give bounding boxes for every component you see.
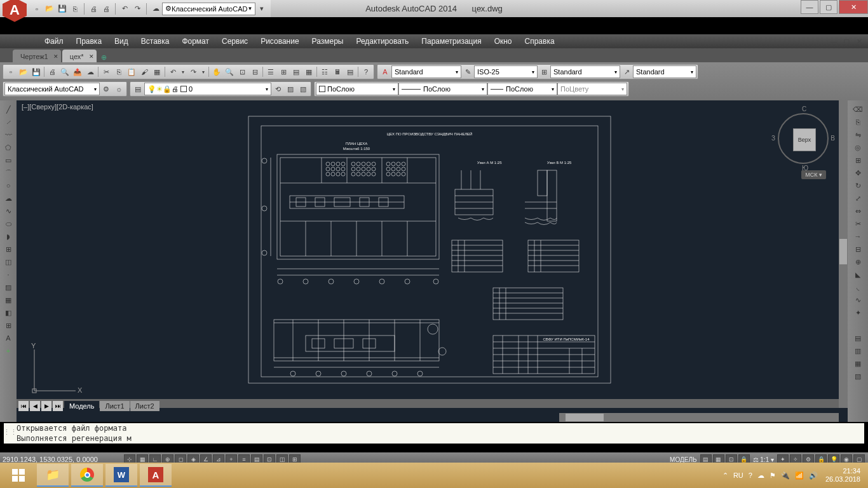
- text-style-dropdown[interactable]: Standard▾: [391, 65, 461, 78]
- menu-draw[interactable]: Рисование: [254, 37, 305, 46]
- plotstyle-dropdown[interactable]: ПоЦвету▾: [557, 83, 627, 95]
- viewcube[interactable]: Верх С Ю В З: [778, 113, 829, 164]
- draworder2-icon[interactable]: ▥: [851, 345, 864, 356]
- power-icon[interactable]: 🔌: [781, 471, 790, 480]
- task-chrome[interactable]: [71, 464, 103, 487]
- quickcalc-icon[interactable]: 🖩: [332, 66, 343, 78]
- cut-icon[interactable]: ✂: [100, 66, 112, 78]
- layer-iso-icon[interactable]: ▧: [297, 83, 309, 95]
- layer-prev-icon[interactable]: ⟲: [272, 83, 283, 95]
- join-icon[interactable]: ⊕: [851, 256, 864, 268]
- fillet-icon[interactable]: ◟: [851, 281, 864, 293]
- undo-icon[interactable]: ↶: [167, 66, 179, 78]
- polyline-icon[interactable]: 〰: [2, 129, 15, 140]
- publish-icon[interactable]: 📤: [72, 66, 83, 78]
- design-center-icon[interactable]: ⊞: [278, 66, 289, 78]
- new-tab-icon[interactable]: ⊕: [99, 52, 109, 62]
- draworder-icon[interactable]: ▤: [851, 332, 864, 344]
- block-icon[interactable]: ◫: [2, 256, 15, 268]
- plot-preview-icon[interactable]: 🖨: [101, 4, 111, 14]
- arc-icon[interactable]: ⌒: [2, 167, 15, 179]
- new-icon[interactable]: ▫: [32, 4, 42, 14]
- workspace-settings-icon[interactable]: ⚙: [100, 83, 112, 95]
- open-icon[interactable]: 📂: [18, 66, 29, 78]
- extend-icon[interactable]: →: [851, 231, 864, 242]
- copy-icon[interactable]: ⎘: [851, 116, 864, 128]
- paste-icon[interactable]: 📋: [126, 66, 137, 78]
- mleader-style-dropdown[interactable]: Standard▾: [633, 65, 696, 78]
- layout-next-icon[interactable]: ▶: [41, 401, 51, 411]
- hatch-icon[interactable]: ▨: [2, 281, 15, 293]
- mirror-icon[interactable]: ⇋: [851, 129, 864, 140]
- task-autocad[interactable]: A: [140, 464, 172, 487]
- color-dropdown[interactable]: ПоСлою▾: [316, 83, 398, 95]
- layer-tool-icon[interactable]: ▤: [344, 66, 356, 78]
- text-style-icon[interactable]: A: [379, 66, 391, 78]
- table-style-icon[interactable]: ⊞: [538, 66, 550, 78]
- lang-indicator[interactable]: RU: [733, 471, 743, 479]
- menu-insert[interactable]: Вставка: [135, 37, 176, 46]
- explode-icon[interactable]: ✦: [851, 307, 864, 318]
- viewcube-north[interactable]: С: [802, 105, 806, 112]
- redo-icon[interactable]: ↷: [187, 66, 199, 78]
- flag-icon[interactable]: ⚑: [770, 471, 776, 480]
- ellipse-arc-icon[interactable]: ◗: [2, 231, 15, 242]
- insert-icon[interactable]: ⊞: [2, 243, 15, 255]
- offset-icon[interactable]: ◎: [851, 142, 864, 153]
- layout-tab-model[interactable]: Модель: [64, 401, 99, 411]
- viewcube-west[interactable]: З: [771, 135, 775, 142]
- wifi-icon[interactable]: 📶: [795, 471, 804, 480]
- model-space-button[interactable]: МОДЕЛЬ: [667, 456, 699, 463]
- zoom-prev-icon[interactable]: ⊟: [249, 66, 261, 78]
- scrollbar-vertical[interactable]: [839, 100, 848, 408]
- dim-style-icon[interactable]: ✎: [462, 66, 473, 78]
- erase-icon[interactable]: ⌫: [851, 104, 864, 115]
- doc-min-icon[interactable]: —: [829, 36, 839, 46]
- menu-dimension[interactable]: Размеры: [306, 37, 350, 46]
- scrollbar-horizontal[interactable]: [559, 413, 839, 422]
- my-workspace-icon[interactable]: ☼: [113, 83, 125, 95]
- table-icon[interactable]: ⊞: [2, 320, 15, 331]
- workspace-combo[interactable]: Классический AutoCAD▾: [4, 83, 100, 95]
- properties-icon[interactable]: ☰: [265, 66, 276, 78]
- array-icon[interactable]: ⊞: [851, 154, 864, 166]
- region-icon[interactable]: ◧: [2, 307, 15, 318]
- file-tab[interactable]: Чертеж1✕: [13, 50, 61, 62]
- anno-scale-dropdown[interactable]: ⚖ 1:1 ▾: [750, 456, 776, 463]
- break-icon[interactable]: ⊟: [851, 243, 864, 255]
- new-icon[interactable]: ▫: [5, 66, 17, 78]
- markup-icon[interactable]: ☷: [319, 66, 330, 78]
- line-icon[interactable]: ╱: [2, 104, 15, 115]
- rotate-icon[interactable]: ↻: [851, 180, 864, 191]
- stretch-icon[interactable]: ⇔: [851, 205, 864, 217]
- pan-icon[interactable]: ✋: [211, 66, 222, 78]
- doc-max-icon[interactable]: ▢: [841, 36, 851, 46]
- match-icon[interactable]: 🖌: [139, 66, 150, 78]
- qat-more-icon[interactable]: ▾: [257, 4, 267, 14]
- mleader-style-icon[interactable]: ↗: [621, 66, 632, 78]
- open-icon[interactable]: 📂: [44, 4, 55, 14]
- ellipse-icon[interactable]: ⬭: [2, 218, 15, 229]
- viewcube-east[interactable]: В: [831, 135, 835, 142]
- layer-manager-icon[interactable]: ▤: [132, 83, 144, 95]
- workspace-dropdown[interactable]: ⚙ Классический AutoCAD ▼: [162, 3, 255, 15]
- cloud-icon[interactable]: ☁: [85, 66, 96, 78]
- xline-icon[interactable]: ⟋: [2, 116, 15, 128]
- clock[interactable]: 21:34 26.03.2018: [820, 467, 865, 484]
- mtext-icon[interactable]: A: [2, 332, 15, 344]
- viewcube-face[interactable]: Верх: [793, 128, 816, 151]
- wcs-label[interactable]: МСК ▾: [801, 170, 826, 179]
- draworder3-icon[interactable]: ▦: [851, 358, 864, 369]
- plot-icon[interactable]: 🖨: [88, 4, 98, 14]
- layer-state-icon[interactable]: ▨: [285, 83, 296, 95]
- save-icon[interactable]: 💾: [31, 66, 42, 78]
- chevron-down-icon[interactable]: ▾: [180, 66, 186, 78]
- preview-icon[interactable]: 🔍: [59, 66, 71, 78]
- cmd-handle-icon[interactable]: ⋮⋮: [5, 427, 15, 437]
- layout-tab[interactable]: Лист1: [100, 401, 129, 411]
- point-icon[interactable]: ·: [2, 269, 15, 280]
- close-button[interactable]: ✕: [839, 0, 868, 14]
- menu-window[interactable]: Окно: [488, 37, 519, 46]
- polygon-icon[interactable]: ⬠: [2, 142, 15, 153]
- menu-edit[interactable]: Правка: [70, 37, 109, 46]
